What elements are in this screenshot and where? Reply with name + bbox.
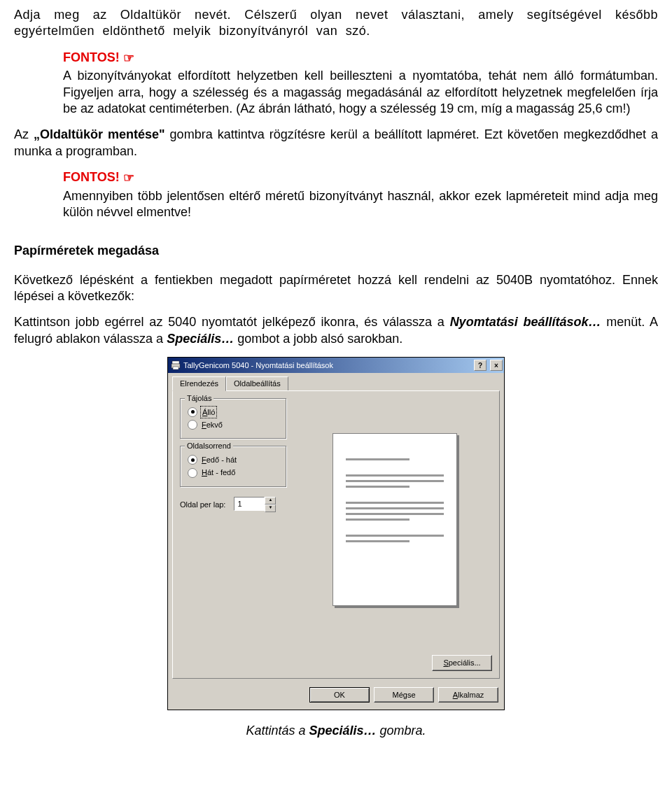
ok-button[interactable]: OK [309,687,370,703]
paragraph-4: Kattintson jobb egérrel az 5040 nyomtató… [14,314,658,347]
fontos-label-1: FONTOS! ☞ [63,50,658,66]
special-button[interactable]: Speciális... [432,655,492,670]
fontos-block-2: FONTOS! ☞ Amennyiben több jelentősen elt… [63,169,658,220]
tab-layout[interactable]: Elrendezés [172,376,226,390]
pages-per-sheet-spinner[interactable]: 1 ▲ ▼ [234,497,276,512]
printer-icon [171,360,181,370]
pages-per-sheet-value[interactable]: 1 [234,497,265,511]
radio-landscape[interactable]: Fekvő [188,420,279,430]
radio-back-to-front-label: Hát - fedő [202,467,235,477]
apply-button[interactable]: Alkalmaz [438,687,498,703]
radio-back-to-front[interactable]: Hát - fedő [188,467,279,477]
tab-panel: Tájolás Álló Fekvő Oldalsorrend Fedő - h… [172,390,500,679]
dialog-title: TallyGenicom 5040 - Nyomtatási beállítás… [183,360,333,370]
help-button[interactable]: ? [474,360,486,371]
radio-front-to-back-label: Fedő - hát [202,455,237,465]
fontos-label-2: FONTOS! ☞ [63,169,658,186]
paragraph-3: Következő lépésként a fentiekben megadot… [14,272,658,305]
figure-caption: Kattintás a Speciális… gombra. [14,723,658,739]
spinner-down-icon[interactable]: ▼ [265,505,276,512]
paragraph-2: Az „Oldaltükör mentése" gombra kattintva… [14,127,658,160]
radio-portrait[interactable]: Álló [188,407,279,417]
dialog-button-row: OK Mégse Alkalmaz [168,683,504,710]
spinner-up-icon[interactable]: ▲ [265,497,276,505]
page-order-title: Oldalsorrend [185,441,233,451]
orientation-groupbox: Tájolás Álló Fekvő [180,398,286,439]
section-heading: Papírméretek megadása [14,243,658,259]
paragraph-1: Adja meg az Oldaltükör nevét. Célszerű o… [14,7,658,40]
radio-front-to-back[interactable]: Fedő - hát [188,455,279,465]
fontos-block-1: FONTOS! ☞ A bizonyítványokat elfordított… [63,50,658,118]
tab-bar: Elrendezés Oldalbeállítás [168,373,504,390]
svg-rect-0 [172,361,179,364]
pointing-hand-icon: ☞ [123,171,134,185]
page-preview [332,433,457,606]
dialog-titlebar: TallyGenicom 5040 - Nyomtatási beállítás… [168,358,504,373]
print-settings-dialog: TallyGenicom 5040 - Nyomtatási beállítás… [167,357,505,710]
pointing-hand-icon: ☞ [123,51,134,65]
pages-per-sheet-label: Oldal per lap: [180,500,225,509]
cancel-button[interactable]: Mégse [374,687,434,703]
fontos-body-1: A bizonyítványokat elfordított helyzetbe… [63,68,658,117]
radio-landscape-label: Fekvő [202,420,223,430]
page-order-groupbox: Oldalsorrend Fedő - hát Hát - fedő [180,446,286,487]
radio-portrait-label: Álló [202,407,216,417]
tab-page-setup[interactable]: Oldalbeállítás [226,376,288,390]
orientation-title: Tájolás [185,393,214,403]
fontos-body-2: Amennyiben több jelentősen eltérő méretű… [63,188,658,221]
close-button[interactable]: × [490,360,503,371]
svg-rect-2 [173,367,178,369]
